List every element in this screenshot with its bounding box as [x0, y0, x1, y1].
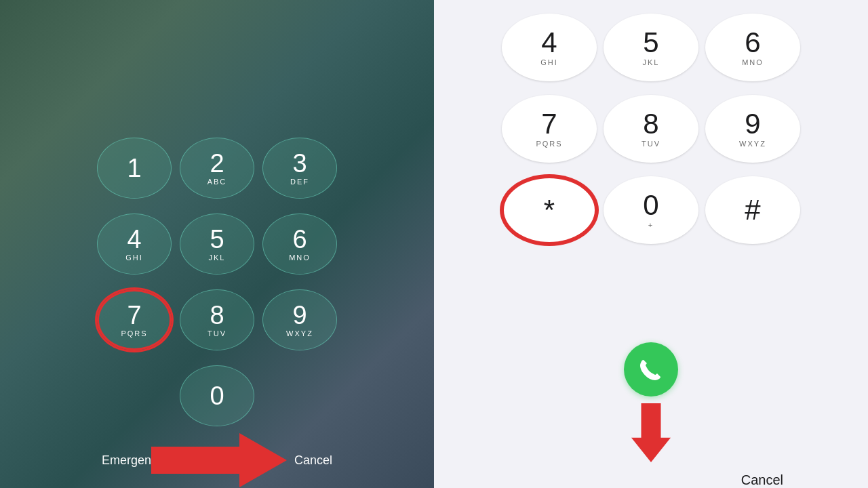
empty-key — [262, 365, 337, 426]
right-cancel-button[interactable]: Cancel — [741, 472, 783, 488]
left-panel: 12ABC3DEF4GHI5JKL6MNO7PQRS8TUV9WXYZ0 Eme… — [0, 0, 434, 488]
right-key-6[interactable]: 6MNO — [705, 14, 800, 81]
right-key-0[interactable]: 0+ — [604, 176, 698, 244]
right-key-#[interactable]: # — [705, 176, 800, 244]
right-key-7[interactable]: 7PQRS — [502, 95, 597, 163]
right-key-*[interactable]: * — [502, 176, 597, 244]
right-arrow-indicator — [151, 433, 287, 487]
left-key-4[interactable]: 4GHI — [97, 214, 172, 274]
left-key-9[interactable]: 9WXYZ — [262, 289, 337, 350]
right-keypad: 4GHI5JKL6MNO7PQRS8TUV9WXYZ*0+# — [502, 14, 800, 332]
right-bottom-bar: Cancel — [505, 472, 797, 488]
phone-icon — [639, 357, 663, 382]
right-panel: 4GHI5JKL6MNO7PQRS8TUV9WXYZ*0+# Cancel — [434, 0, 868, 488]
left-key-1[interactable]: 1 — [97, 138, 172, 199]
left-cancel-button[interactable]: Cancel — [294, 453, 332, 468]
svg-marker-1 — [631, 403, 671, 462]
svg-marker-0 — [151, 433, 287, 487]
right-key-5[interactable]: 5JKL — [604, 14, 698, 81]
left-key-2[interactable]: 2ABC — [180, 138, 254, 199]
call-button[interactable] — [624, 342, 678, 396]
right-key-9[interactable]: 9WXYZ — [705, 95, 800, 163]
down-arrow-indicator — [624, 403, 678, 462]
right-key-8[interactable]: 8TUV — [604, 95, 698, 163]
left-key-3[interactable]: 3DEF — [262, 138, 337, 199]
right-key-4[interactable]: 4GHI — [502, 14, 597, 81]
empty-key — [97, 365, 172, 426]
left-key-8[interactable]: 8TUV — [180, 289, 254, 350]
left-key-6[interactable]: 6MNO — [262, 214, 337, 274]
left-key-7[interactable]: 7PQRS — [97, 289, 172, 350]
left-keypad: 12ABC3DEF4GHI5JKL6MNO7PQRS8TUV9WXYZ0 — [97, 138, 337, 433]
left-key-5[interactable]: 5JKL — [180, 214, 254, 274]
left-key-0[interactable]: 0 — [180, 365, 254, 426]
